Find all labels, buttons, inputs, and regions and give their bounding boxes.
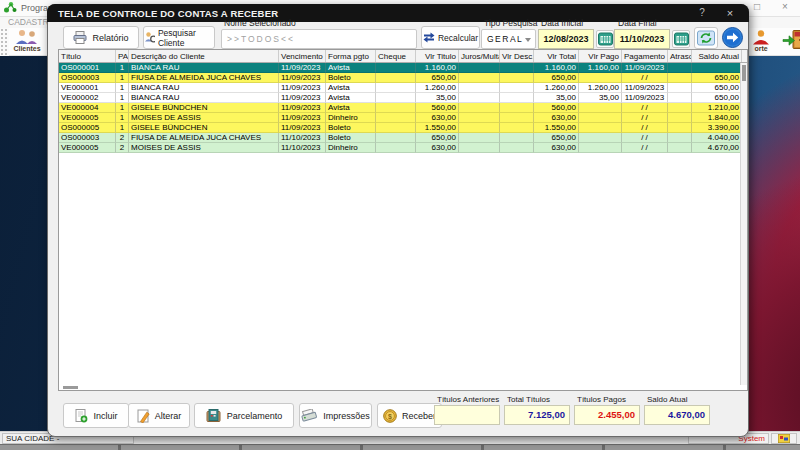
saldo-atual-label: Saldo Atual bbox=[647, 395, 687, 404]
toolbar-item-clientes[interactable]: Clientes bbox=[10, 29, 44, 52]
table-cell: MOISES DE ASSIS bbox=[129, 113, 279, 123]
refresh-button[interactable] bbox=[694, 27, 718, 49]
nome-selecionado-field[interactable]: >>TODOS<< bbox=[221, 29, 417, 49]
table-cell bbox=[579, 113, 622, 123]
table-cell bbox=[500, 63, 534, 73]
table-cell: 630,00 bbox=[416, 113, 459, 123]
parcelamento-button[interactable]: Parcelamento bbox=[194, 403, 294, 428]
table-cell: BIANCA RAU bbox=[129, 93, 279, 103]
screen: Programa □ × CADASTROS Clientes Fo orte … bbox=[0, 0, 800, 450]
table-row[interactable]: OS0000032FIUSA DE ALMEIDA JUCA CHAVES11/… bbox=[59, 133, 747, 143]
column-header[interactable]: Forma pgto bbox=[326, 50, 376, 62]
incluir-button[interactable]: Incluir bbox=[63, 403, 129, 428]
column-header[interactable]: Vlr Desc. bbox=[500, 50, 534, 62]
data-final-label: Data Final bbox=[618, 18, 657, 28]
table-cell bbox=[500, 73, 534, 83]
table-cell bbox=[376, 133, 416, 143]
grid-body: OS0000011BIANCA RAU11/09/2023Avista1.160… bbox=[59, 63, 747, 153]
table-cell: 1.550,00 bbox=[416, 123, 459, 133]
table-row[interactable]: VE0000021BIANCA RAU11/09/2023Avista35,00… bbox=[59, 93, 747, 103]
table-row[interactable]: OS0000011BIANCA RAU11/09/2023Avista1.160… bbox=[59, 63, 747, 73]
table-cell: 2 bbox=[116, 143, 129, 153]
table-cell: BIANCA RAU bbox=[129, 63, 279, 73]
column-header[interactable]: Vlr Titulo bbox=[416, 50, 459, 62]
table-cell bbox=[579, 73, 622, 83]
titulos-pagos-value: 2.455,00 bbox=[574, 405, 640, 425]
toolbar-item-suporte[interactable]: orte bbox=[744, 29, 778, 52]
column-header[interactable]: Vlr Total bbox=[534, 50, 579, 62]
clientes-icon bbox=[13, 29, 41, 45]
titulos-anteriores-value bbox=[434, 405, 500, 425]
help-button[interactable]: ? bbox=[695, 7, 709, 18]
table-cell bbox=[376, 113, 416, 123]
vertical-scrollbar-thumb[interactable] bbox=[742, 65, 746, 81]
column-header[interactable]: Vencimento bbox=[279, 50, 326, 62]
data-inicial-calendar-button[interactable] bbox=[596, 30, 614, 48]
data-final-field[interactable]: 11/10/2023 bbox=[614, 29, 670, 49]
column-header[interactable]: Cheque bbox=[376, 50, 416, 62]
toolbar-item-label: orte bbox=[754, 45, 767, 52]
recalcular-button[interactable]: Recalcular bbox=[421, 26, 480, 49]
exit-door-icon bbox=[782, 29, 800, 50]
column-header[interactable]: Vlr Pago bbox=[579, 50, 622, 62]
table-cell: 1 bbox=[116, 113, 129, 123]
receber-label: Receber bbox=[402, 411, 436, 421]
incluir-label: Incluir bbox=[93, 411, 117, 421]
column-header[interactable]: Saldo Atual bbox=[692, 50, 742, 62]
table-cell: VE000005 bbox=[59, 143, 116, 153]
total-titulos-label: Total Títulos bbox=[507, 395, 550, 404]
close-button[interactable]: × bbox=[776, 1, 794, 12]
recalcular-label: Recalcular bbox=[438, 33, 478, 43]
go-button[interactable] bbox=[722, 27, 743, 48]
column-header[interactable]: Título bbox=[59, 50, 116, 62]
table-cell: 650,00 bbox=[692, 73, 742, 83]
column-header[interactable]: PA bbox=[116, 50, 129, 62]
column-header[interactable]: Juros/Multa bbox=[459, 50, 500, 62]
table-cell: 1 bbox=[116, 93, 129, 103]
column-header[interactable]: Pagamento bbox=[622, 50, 668, 62]
data-inicial-field[interactable]: 12/08/2023 bbox=[538, 29, 594, 49]
table-cell bbox=[579, 123, 622, 133]
close-dialog-button[interactable]: × bbox=[723, 7, 737, 19]
table-cell bbox=[376, 143, 416, 153]
table-cell bbox=[668, 143, 692, 153]
table-cell bbox=[459, 123, 500, 133]
parcelamento-label: Parcelamento bbox=[227, 411, 283, 421]
chevron-down-icon bbox=[525, 38, 531, 42]
table-cell bbox=[579, 103, 622, 113]
table-cell bbox=[579, 143, 622, 153]
table-cell: 1 bbox=[116, 83, 129, 93]
table-row[interactable]: VE0000041GISELE BÜNDCHEN11/09/2023Avista… bbox=[59, 103, 747, 113]
table-cell: / / bbox=[622, 143, 668, 153]
table-row[interactable]: VE0000052MOISES DE ASSIS11/10/2023Dinhei… bbox=[59, 143, 747, 153]
table-row[interactable]: VE0000011BIANCA RAU11/09/2023Avista1.260… bbox=[59, 83, 747, 93]
table-cell bbox=[500, 93, 534, 103]
maximize-button[interactable]: □ bbox=[748, 1, 766, 12]
table-cell: 11/09/2023 bbox=[279, 103, 326, 113]
table-cell: 11/09/2023 bbox=[622, 93, 668, 103]
impressoes-button[interactable]: Impressões bbox=[299, 403, 372, 428]
table-cell: 1.260,00 bbox=[579, 83, 622, 93]
alterar-button[interactable]: Alterar bbox=[128, 403, 190, 428]
receber-button[interactable]: $ Receber bbox=[377, 403, 442, 428]
table-row[interactable]: OS0000031FIUSA DE ALMEIDA JUCA CHAVES11/… bbox=[59, 73, 747, 83]
calendar-icon bbox=[674, 32, 689, 46]
table-row[interactable]: OS0000051GISELE BÜNDCHEN11/09/2023Boleto… bbox=[59, 123, 747, 133]
table-cell: 650,00 bbox=[534, 73, 579, 83]
column-header[interactable]: Descrição do Cliente bbox=[129, 50, 279, 62]
vertical-scrollbar[interactable] bbox=[740, 63, 747, 385]
tipo-pesquisa-select[interactable]: GERAL bbox=[481, 29, 536, 49]
pesquisar-cliente-label: Pesquisar Cliente bbox=[158, 28, 214, 48]
table-cell bbox=[500, 133, 534, 143]
table-row[interactable]: VE0000051MOISES DE ASSIS11/09/2023Dinhei… bbox=[59, 113, 747, 123]
table-cell bbox=[376, 73, 416, 83]
horizontal-scrollbar-thumb[interactable] bbox=[63, 386, 78, 389]
table-cell: 630,00 bbox=[416, 143, 459, 153]
column-header[interactable]: Atraso bbox=[668, 50, 692, 62]
data-final-calendar-button[interactable] bbox=[672, 30, 690, 48]
relatorio-button[interactable]: Relatório bbox=[63, 26, 139, 49]
toolbar-item-exit[interactable] bbox=[776, 29, 800, 50]
table-cell: OS000003 bbox=[59, 73, 116, 83]
tipo-pesquisa-label: Tipo Pesquisa bbox=[484, 18, 538, 28]
pesquisar-cliente-button[interactable]: Pesquisar Cliente bbox=[143, 26, 215, 49]
